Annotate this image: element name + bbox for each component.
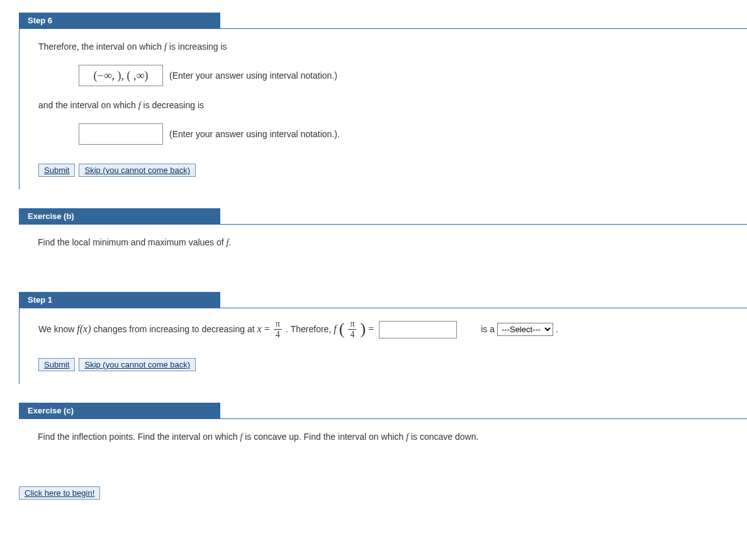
decreasing-interval-input[interactable] [79, 123, 163, 145]
hint1: (Enter your answer using interval notati… [169, 70, 337, 81]
s1-period: . [286, 322, 288, 337]
submit-button[interactable]: Submit [38, 164, 75, 177]
step-1-content: We know f(x) changes from increasing to … [19, 308, 747, 384]
s1-t1: We know [38, 322, 74, 337]
frac-den2: 4 [348, 330, 356, 339]
step6-buttons: Submit Skip (you cannot come back) [38, 164, 734, 177]
s1-t3: Therefore, [291, 322, 332, 337]
step6-text2a: and the interval on which [38, 100, 138, 110]
exc-c: is concave down. [408, 432, 478, 442]
step6-text2: and the interval on which f is decreasin… [38, 99, 734, 112]
step-6-section: Step 6 Therefore, the interval on which … [0, 13, 747, 189]
exercise-b-header: Exercise (b) [19, 208, 747, 225]
step6-text1b: is increasing is [167, 42, 227, 52]
step-1-section: Step 1 We know f(x) changes from increas… [0, 292, 747, 384]
s1-t2: changes from increasing to decreasing at [94, 322, 255, 337]
hint2: (Enter your answer using interval notati… [169, 129, 340, 139]
step1-buttons: Submit Skip (you cannot come back) [38, 358, 734, 371]
step1-line: We know f(x) changes from increasing to … [38, 320, 734, 339]
step6-answer1-row: (−∞, ), ( ,∞) (Enter your answer using i… [76, 65, 734, 86]
s1-eq2: = [368, 320, 374, 339]
s1-fof: f [334, 320, 336, 339]
exercise-b-text: Find the local minimum and maximum value… [38, 236, 734, 249]
step6-text1: Therefore, the interval on which f is in… [38, 40, 734, 53]
fraction-pi-4-b: π 4 [348, 320, 356, 339]
step-6-badge: Step 6 [19, 13, 220, 28]
increasing-interval-input[interactable]: (−∞, ), ( ,∞) [79, 65, 163, 86]
exc-a: Find the inflection points. Find the int… [38, 432, 240, 442]
exercise-c-section: Exercise (c) Find the inflection points.… [0, 403, 747, 468]
frac-num2: π [348, 320, 356, 330]
s1-fx: f(x) [77, 320, 91, 339]
s1-t5: . [556, 322, 558, 337]
exercise-c-content: Find the inflection points. Find the int… [19, 419, 747, 468]
exercise-b-section: Exercise (b) Find the local minimum and … [0, 208, 747, 273]
submit-button[interactable]: Submit [38, 358, 75, 371]
begin-button[interactable]: Click here to begin! [19, 486, 100, 500]
lparen-icon: ( [339, 321, 345, 337]
exb-a: Find the local minimum and maximum value… [38, 237, 227, 247]
step6-text2b: is decreasing is [141, 100, 204, 110]
frac-num: π [274, 320, 282, 330]
exercise-b-content: Find the local minimum and maximum value… [19, 225, 747, 273]
exercise-c-text: Find the inflection points. Find the int… [38, 430, 734, 444]
extremum-type-select[interactable]: ---Select--- [497, 323, 553, 336]
step-1-badge: Step 1 [19, 292, 220, 308]
s1-eq: = [264, 320, 270, 339]
rparen-icon: ) [360, 321, 366, 337]
step-1-header: Step 1 [19, 292, 747, 308]
step-6-content: Therefore, the interval on which f is in… [19, 29, 747, 189]
exc-b: is concave up. Find the interval on whic… [242, 432, 406, 442]
step6-answer2-row: (Enter your answer using interval notati… [76, 123, 734, 145]
s1-x: x [257, 320, 262, 339]
step-6-header: Step 6 [19, 13, 747, 29]
skip-button[interactable]: Skip (you cannot come back) [79, 164, 196, 177]
step6-text1a: Therefore, the interval on which [38, 42, 164, 52]
exercise-b-badge: Exercise (b) [19, 208, 220, 224]
skip-button[interactable]: Skip (you cannot come back) [79, 358, 196, 371]
exercise-c-badge: Exercise (c) [19, 403, 220, 418]
f-value-input[interactable] [379, 321, 457, 339]
exb-b: . [228, 237, 231, 247]
fraction-pi-4: π 4 [274, 320, 282, 339]
exercise-c-header: Exercise (c) [19, 403, 747, 419]
frac-den: 4 [274, 330, 282, 339]
s1-t4: is a [481, 322, 495, 337]
